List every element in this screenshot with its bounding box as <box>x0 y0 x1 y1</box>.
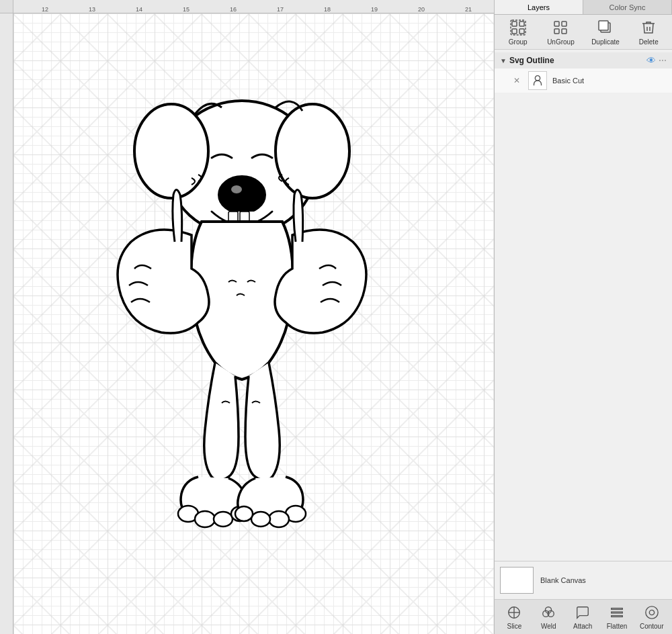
svg-rect-34 <box>612 608 623 610</box>
delete-icon <box>639 18 658 37</box>
weld-icon <box>540 604 557 621</box>
svg-rect-25 <box>599 21 608 30</box>
blank-canvas-row: Blank Canvas <box>495 561 672 599</box>
contour-icon <box>643 604 661 621</box>
delete-button[interactable]: Delete <box>632 16 665 48</box>
ruler-tick: 16 <box>230 6 237 13</box>
ungroup-icon <box>551 18 570 37</box>
cartoon-dog-image <box>67 34 417 537</box>
duplicate-icon <box>596 18 615 37</box>
tab-bar: Layers Color Sync <box>495 0 672 15</box>
ruler-tick: 18 <box>324 6 331 13</box>
svg-rect-15 <box>512 21 517 26</box>
svg-point-8 <box>195 511 215 527</box>
svg-rect-20 <box>554 21 559 26</box>
drawing-canvas[interactable] <box>13 13 494 634</box>
ruler-tick: 19 <box>371 6 378 13</box>
slice-icon <box>505 604 523 621</box>
attach-icon <box>574 604 591 621</box>
ruler-tick: 17 <box>277 6 284 13</box>
svg-point-4 <box>231 185 242 193</box>
duplicate-button[interactable]: Duplicate <box>587 16 624 48</box>
ruler-tick: 12 <box>42 6 48 13</box>
visibility-toggle[interactable]: 👁 <box>646 55 656 66</box>
collapse-arrow[interactable]: ▼ <box>500 57 507 64</box>
ruler-tick: 13 <box>89 6 95 13</box>
svg-point-1 <box>134 104 208 198</box>
svg-point-3 <box>218 176 265 214</box>
svg-point-12 <box>269 511 289 527</box>
contour-button[interactable]: Contour <box>637 602 667 632</box>
layer-item-x[interactable]: ✕ <box>513 76 520 85</box>
bottom-toolbar: Slice Weld Attach Flatten Contour <box>495 599 672 634</box>
group-icon <box>509 18 528 37</box>
svg-point-9 <box>214 512 233 527</box>
flatten-button[interactable]: Flatten <box>603 602 631 632</box>
svg-point-26 <box>535 76 540 81</box>
attach-button[interactable]: Attach <box>569 602 597 632</box>
svg-rect-16 <box>519 21 524 26</box>
layers-section: ▼ Svg Outline 👁 ⋯ ✕ Basic Cut <box>495 50 672 308</box>
tab-color-sync[interactable]: Color Sync <box>583 0 672 14</box>
layer-group-header[interactable]: ▼ Svg Outline 👁 ⋯ <box>495 52 672 69</box>
blank-canvas-label: Blank Canvas <box>540 576 586 584</box>
svg-rect-21 <box>562 21 566 26</box>
svg-point-13 <box>251 512 270 527</box>
group-button[interactable]: Group <box>502 16 534 48</box>
ungroup-button[interactable]: UnGroup <box>543 16 579 48</box>
flatten-icon <box>608 604 626 621</box>
ruler-tick: 20 <box>418 6 425 13</box>
ruler-tick: 14 <box>136 6 142 13</box>
slice-button[interactable]: Slice <box>500 602 528 632</box>
weld-button[interactable]: Weld <box>534 602 562 632</box>
tab-layers[interactable]: Layers <box>495 0 583 14</box>
layer-item[interactable]: ✕ Basic Cut <box>495 69 672 93</box>
panel-spacer <box>495 308 672 561</box>
svg-rect-22 <box>554 29 559 34</box>
svg-rect-17 <box>512 29 517 34</box>
svg-point-14 <box>235 506 253 521</box>
svg-rect-23 <box>562 29 566 34</box>
svg-rect-35 <box>612 616 623 617</box>
layer-item-name: Basic Cut <box>552 77 584 85</box>
ruler-left <box>0 13 13 634</box>
layer-group-title: Svg Outline <box>509 56 644 65</box>
svg-rect-18 <box>519 29 524 34</box>
layers-toolbar: Group UnGroup Duplicate Delete <box>495 15 672 50</box>
svg-rect-33 <box>612 612 623 613</box>
ruler-tick: 15 <box>183 6 190 13</box>
ruler-tick: 21 <box>465 6 472 13</box>
blank-canvas-thumbnail <box>500 567 534 594</box>
canvas-area: 12 13 14 15 16 17 18 19 20 21 <box>0 0 494 634</box>
svg-rect-19 <box>511 20 526 35</box>
layer-item-thumbnail <box>528 71 547 90</box>
right-panel: Layers Color Sync Group UnGroup Duplicat… <box>494 0 672 634</box>
ruler-top: 12 13 14 15 16 17 18 19 20 21 <box>13 0 494 13</box>
layer-options-icon[interactable]: ⋯ <box>659 56 667 65</box>
ruler-corner <box>0 0 13 13</box>
dog-svg <box>67 34 417 537</box>
